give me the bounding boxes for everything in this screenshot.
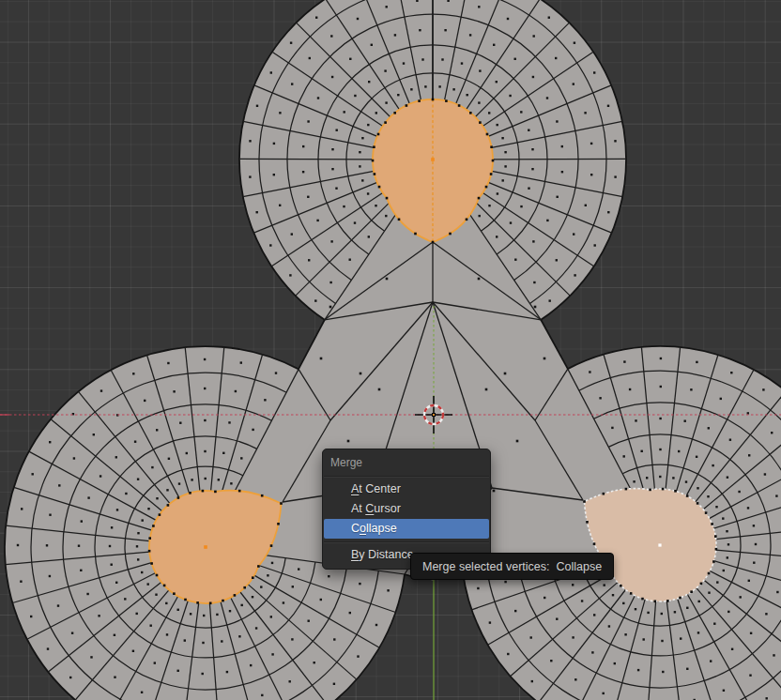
merge-menu-title: Merge [323,449,490,473]
menu-separator [324,541,489,543]
menu-separator [324,476,489,478]
viewport-canvas[interactable] [0,0,781,700]
tooltip-value: Collapse [556,560,602,573]
menu-item-at-cursor[interactable]: At Cursor [324,499,489,519]
tooltip-label: Merge selected vertices: [422,560,549,573]
operator-tooltip: Merge selected vertices: Collapse [410,553,614,580]
menu-item-collapse[interactable]: Collapse [324,519,489,539]
menu-item-at-center[interactable]: At Center [324,479,489,499]
merge-menu: Merge At CenterAt CursorCollapseBy Dista… [322,449,491,570]
blender-viewport: Merge At CenterAt CursorCollapseBy Dista… [0,0,781,700]
